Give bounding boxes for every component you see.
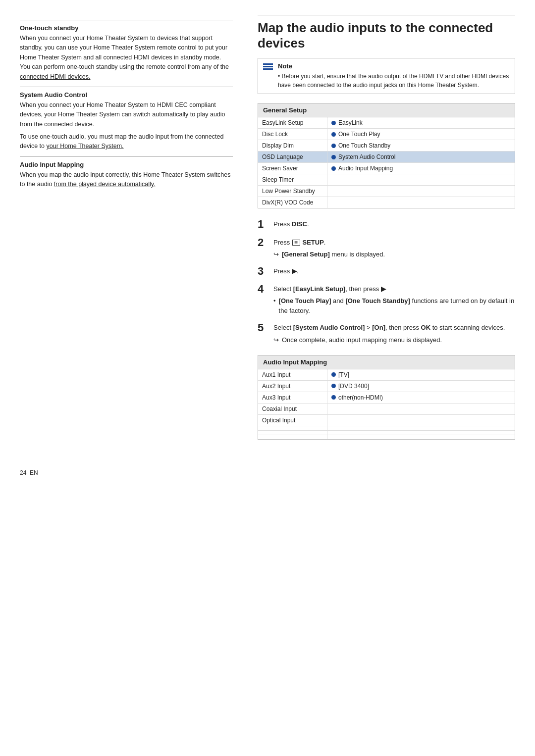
general-setup-table: General Setup EasyLink Setup EasyLink Di…: [258, 103, 515, 208]
menu-right-aux3: other(non-HDMI): [327, 392, 515, 403]
section-body-system-audio-1: When you connect your Home Theater Syste…: [20, 101, 233, 129]
menu-left-display-dim: Display Dim: [258, 140, 327, 151]
page-lang: EN: [30, 469, 38, 476]
note-box: Note • Before you start, ensure that the…: [258, 58, 515, 94]
dot-system-audio-control: [331, 155, 336, 159]
dot-audio-input-mapping: [331, 166, 336, 171]
section-heading-one-touch-standby: One-touch standby: [20, 24, 233, 32]
page-number: 24: [20, 469, 26, 476]
step-4-bullet-text: [One Touch Play] and [One Touch Standby]…: [279, 296, 515, 316]
menu-left-empty-1: [258, 426, 327, 430]
menu-right-optical: [327, 415, 515, 426]
step-2-setup-label: SETUP: [302, 239, 323, 246]
divider-3: [20, 156, 233, 157]
menu-row-coaxial-input: Coaxial Input: [258, 403, 515, 415]
menu-right-low-power-standby: [327, 186, 515, 197]
main-heading: Map the audio inputs to the connected de…: [258, 15, 515, 51]
step-2-number: 2: [258, 237, 268, 249]
step-5-system-audio-label: [System Audio Control]: [293, 324, 365, 331]
page-container: One-touch standby When you connect your …: [20, 15, 515, 450]
menu-left-low-power-standby: Low Power Standby: [258, 186, 327, 197]
step-5-ok-label: OK: [421, 324, 431, 331]
dot-aux2: [331, 384, 336, 388]
audio-input-mapping-table: Audio Input Mapping Aux1 Input [TV] Aux2…: [258, 355, 515, 440]
menu-left-empty-2: [258, 431, 327, 435]
top-divider: [20, 20, 233, 20]
menu-row-display-dim: Display Dim One Touch Standby: [258, 140, 515, 151]
underline-hdmi-devices: connected HDMI devices.: [20, 73, 90, 80]
menu-left-aux2: Aux2 Input: [258, 381, 327, 392]
step-4-bullet: • [One Touch Play] and [One Touch Standb…: [273, 296, 515, 316]
section-body-system-audio-2: To use one-touch audio, you must map the…: [20, 132, 233, 151]
step-5-on-label: [On]: [372, 324, 385, 331]
step-2-arrow: ↪ [General Setup] menu is displayed.: [273, 250, 385, 259]
menu-row-easylink-setup: EasyLink Setup EasyLink: [258, 117, 515, 129]
step-4-content: Select [EasyLink Setup], then press ▶ • …: [273, 283, 515, 316]
note-bullet: •: [278, 73, 282, 80]
menu-row-aux2-input: Aux2 Input [DVD 3400]: [258, 381, 515, 392]
menu-right-sleep-timer: [327, 174, 515, 185]
step-5-number: 5: [258, 322, 268, 334]
right-column: Map the audio inputs to the connected de…: [248, 15, 515, 450]
dot-one-touch-play: [331, 132, 336, 137]
setup-icon: ☰: [292, 240, 300, 246]
menu-right-coaxial: [327, 403, 515, 414]
step-2-arrow-sym: ↪: [273, 250, 279, 259]
menu-right-one-touch-standby-text: One Touch Standby: [338, 142, 390, 149]
menu-left-aux1: Aux1 Input: [258, 369, 327, 380]
menu-left-coaxial: Coaxial Input: [258, 403, 327, 414]
menu-right-easylink: EasyLink: [327, 117, 515, 128]
step-1-number: 1: [258, 218, 268, 230]
step-3-button-label: ▶: [292, 267, 297, 275]
menu-left-divx-vod-code: DivX(R) VOD Code: [258, 197, 327, 208]
page-footer: 24 EN: [20, 469, 515, 476]
divider-2: [20, 87, 233, 87]
step-1-content: Press DISC.: [273, 218, 309, 229]
menu-left-disc-lock: Disc Lock: [258, 129, 327, 140]
note-text: • Before you start, ensure that the audi…: [278, 72, 510, 90]
step-3: 3 Press ▶.: [258, 265, 515, 277]
menu-right-system-audio-control-text: System Audio Control: [338, 153, 395, 160]
menu-left-optical: Optical Input: [258, 415, 327, 426]
general-setup-title: General Setup: [258, 103, 515, 117]
menu-right-aux2: [DVD 3400]: [327, 381, 515, 392]
menu-left-easylink-setup: EasyLink Setup: [258, 117, 327, 128]
step-4-arrow-label: ▶: [381, 285, 386, 293]
menu-left-screen-saver: Screen Saver: [258, 163, 327, 174]
menu-left-osd-language: OSD Language: [258, 151, 327, 162]
menu-right-one-touch-play-text: One Touch Play: [338, 131, 380, 138]
section-heading-system-audio: System Audio Control: [20, 91, 233, 99]
menu-row-empty-1: [258, 426, 515, 431]
step-5-content: Select [System Audio Control] > [On], th…: [273, 322, 505, 345]
menu-right-divx-vod-code: [327, 197, 515, 208]
underline-played-device: from the played device automatically.: [54, 181, 156, 188]
audio-input-mapping-title: Audio Input Mapping: [258, 355, 515, 369]
menu-right-empty-3: [327, 435, 515, 439]
step-3-content: Press ▶.: [273, 265, 298, 276]
step-1: 1 Press DISC.: [258, 218, 515, 230]
note-icon-line2: [263, 66, 273, 67]
menu-right-aux2-text: [DVD 3400]: [338, 383, 369, 390]
note-icon: [263, 63, 273, 70]
step-4-number: 4: [258, 283, 268, 295]
menu-left-sleep-timer: Sleep Timer: [258, 174, 327, 185]
menu-row-aux1-input: Aux1 Input [TV]: [258, 369, 515, 381]
section-body-audio-input-mapping: When you map the audio input correctly, …: [20, 170, 233, 190]
menu-row-sleep-timer: Sleep Timer: [258, 174, 515, 186]
dot-easylink: [331, 121, 336, 125]
menu-right-one-touch-play: One Touch Play: [327, 129, 515, 140]
menu-right-one-touch-standby: One Touch Standby: [327, 140, 515, 151]
step-5: 5 Select [System Audio Control] > [On], …: [258, 322, 515, 345]
menu-right-audio-input-mapping-text: Audio Input Mapping: [338, 165, 393, 172]
step-1-disc-label: DISC: [292, 220, 307, 228]
step-4-bullet-dot: •: [273, 296, 276, 306]
menu-row-optical-input: Optical Input: [258, 415, 515, 426]
menu-row-empty-2: [258, 431, 515, 435]
left-column: One-touch standby When you connect your …: [20, 15, 233, 450]
note-content: Note • Before you start, ensure that the…: [278, 62, 510, 90]
step-5-arrow-sym: ↪: [273, 335, 279, 345]
menu-right-system-audio-control: System Audio Control: [327, 151, 515, 162]
dot-one-touch-standby: [331, 144, 336, 148]
step-4: 4 Select [EasyLink Setup], then press ▶ …: [258, 283, 515, 316]
menu-row-osd-language: OSD Language System Audio Control: [258, 151, 515, 163]
